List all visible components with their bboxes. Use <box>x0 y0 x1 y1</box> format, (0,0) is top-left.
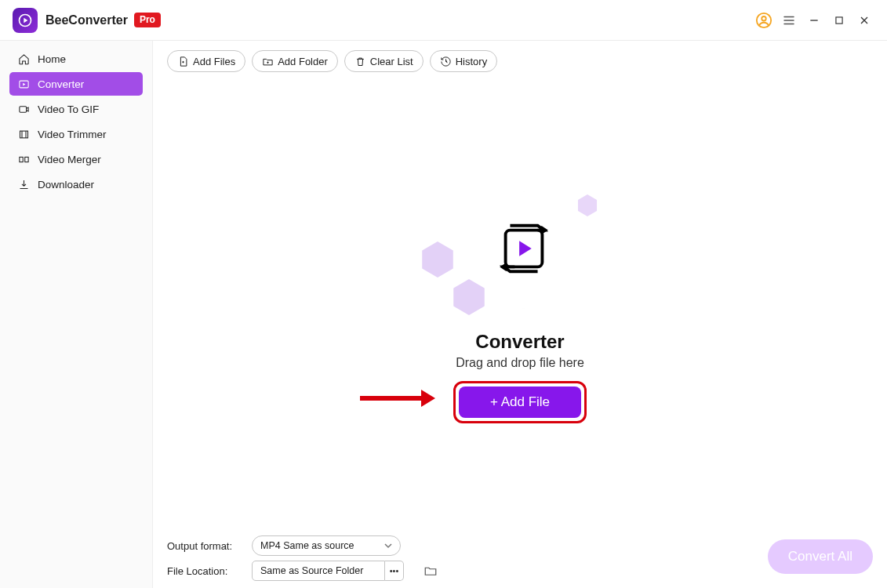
main-panel: Add Files Add Folder Clear List History <box>153 41 887 588</box>
maximize-button[interactable] <box>827 9 851 32</box>
svg-rect-5 <box>19 106 26 112</box>
user-circle-icon <box>755 12 772 29</box>
svg-rect-3 <box>836 16 842 23</box>
button-label: Convert All <box>788 549 852 564</box>
maximize-icon <box>834 15 845 26</box>
sidebar: Home Converter Video To GIF Video Trimme… <box>0 41 153 588</box>
close-icon <box>858 14 871 27</box>
history-icon <box>440 56 452 67</box>
clear-list-button[interactable]: Clear List <box>344 50 424 72</box>
sidebar-item-label: Video Trimmer <box>38 129 107 140</box>
annotation-highlight: + Add File <box>453 381 587 423</box>
input-value: Same as Source Folder <box>260 565 363 576</box>
convert-play-icon <box>493 218 554 279</box>
svg-rect-6 <box>20 131 27 138</box>
drop-zone[interactable]: Converter Drag and drop file here + Add … <box>153 82 887 527</box>
video-icon <box>17 103 30 115</box>
annotation-arrow-icon <box>354 387 440 410</box>
add-folder-button[interactable]: Add Folder <box>252 50 338 72</box>
app-name: BeeConverter <box>45 13 128 27</box>
menu-button[interactable] <box>777 9 801 32</box>
home-icon <box>17 53 30 65</box>
folder-add-icon <box>262 56 274 67</box>
sidebar-item-label: Video Merger <box>38 154 101 165</box>
merge-icon <box>17 153 30 165</box>
trim-icon <box>17 128 30 140</box>
add-file-button[interactable]: + Add File <box>459 387 581 418</box>
trash-icon <box>354 56 366 67</box>
sidebar-item-video-merger[interactable]: Video Merger <box>9 147 143 171</box>
button-label: Add Folder <box>278 56 328 67</box>
file-location-more-button[interactable]: ••• <box>385 561 404 581</box>
dropdown-value: MP4 Same as source <box>260 540 354 551</box>
output-format-dropdown[interactable]: MP4 Same as source <box>252 535 401 556</box>
play-frame-icon <box>17 78 30 90</box>
converter-illustration <box>426 185 614 326</box>
file-location-input[interactable]: Same as Source Folder <box>252 561 385 581</box>
sidebar-item-label: Converter <box>38 78 84 90</box>
sidebar-item-label: Downloader <box>38 179 94 191</box>
button-label: + Add File <box>490 394 550 409</box>
sidebar-item-video-to-gif[interactable]: Video To GIF <box>9 97 143 121</box>
svg-rect-8 <box>24 157 27 162</box>
open-folder-button[interactable] <box>421 561 440 580</box>
add-files-button[interactable]: Add Files <box>167 50 245 72</box>
button-label: Add Files <box>193 56 235 67</box>
app-logo <box>13 8 38 33</box>
minimize-icon <box>808 14 820 27</box>
toolbar: Add Files Add Folder Clear List History <box>153 41 887 82</box>
close-button[interactable] <box>852 9 876 32</box>
profile-button[interactable] <box>752 9 776 32</box>
convert-all-button[interactable]: Convert All <box>768 539 873 574</box>
button-label: History <box>456 56 487 67</box>
minimize-button[interactable] <box>802 9 826 32</box>
sidebar-item-video-trimmer[interactable]: Video Trimmer <box>9 122 143 146</box>
svg-rect-7 <box>19 157 22 162</box>
file-location-label: File Location: <box>167 565 241 577</box>
sidebar-item-label: Video To GIF <box>38 103 99 115</box>
drop-zone-subtitle: Drag and drop file here <box>456 356 584 370</box>
pro-badge: Pro <box>134 13 161 27</box>
sidebar-item-downloader[interactable]: Downloader <box>9 172 143 196</box>
drop-zone-title: Converter <box>475 331 564 353</box>
sidebar-item-home[interactable]: Home <box>9 47 143 71</box>
file-add-icon <box>177 56 189 67</box>
download-icon <box>17 178 30 191</box>
button-label: Clear List <box>370 56 413 67</box>
history-button[interactable]: History <box>430 50 497 72</box>
sidebar-item-converter[interactable]: Converter <box>9 72 143 96</box>
sidebar-item-label: Home <box>38 53 66 65</box>
folder-icon <box>424 564 438 578</box>
menu-icon <box>782 13 796 27</box>
output-format-label: Output format: <box>167 540 241 552</box>
chevron-down-icon <box>384 542 392 550</box>
svg-point-2 <box>762 16 766 20</box>
titlebar: BeeConverter Pro <box>0 0 887 41</box>
